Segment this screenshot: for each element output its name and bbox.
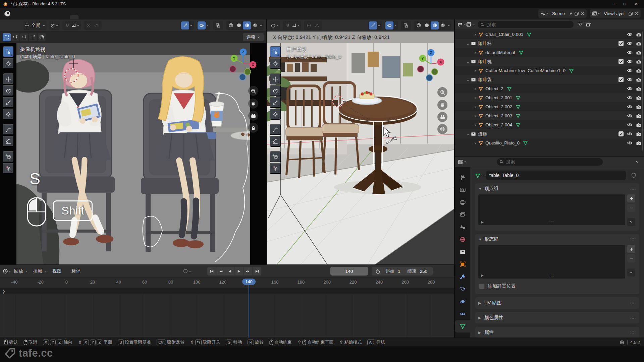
item-name[interactable]: Chair_Chair_0.001 (485, 32, 523, 37)
frame-tick-240[interactable]: 240 (376, 280, 383, 285)
outliner-row[interactable]: ⌄ 咖啡袋 (455, 75, 644, 84)
item-name[interactable]: Object_2.001 (485, 95, 512, 100)
rest-position-checkbox[interactable] (479, 284, 485, 289)
tool-transform-button[interactable] (3, 109, 14, 120)
list-filter-expander[interactable]: ▶ (481, 220, 484, 224)
workspace-tab[interactable] (113, 15, 122, 19)
tool-move-button[interactable] (270, 73, 281, 84)
current-frame-field[interactable]: 140 (330, 267, 368, 276)
expander-icon[interactable]: ⌄ (465, 131, 471, 136)
properties-tab-physics[interactable] (455, 295, 470, 308)
properties-tab-view-layer[interactable] (455, 208, 470, 221)
delete-scene-icon[interactable] (580, 11, 585, 16)
frame-end-field[interactable]: 结束250 (404, 268, 431, 274)
scene-icon[interactable] (540, 11, 549, 16)
play-reverse-button[interactable] (225, 267, 234, 276)
falloff-curve-icon[interactable] (313, 21, 321, 29)
tool-rotate-button[interactable] (270, 85, 281, 96)
exclude-checkbox[interactable] (619, 59, 624, 64)
select-mode-extend[interactable] (11, 33, 19, 41)
camera-visibility-icon[interactable] (636, 50, 641, 55)
perspective-toggle-button[interactable] (437, 124, 447, 134)
frame-tick-180[interactable]: 180 (298, 280, 305, 285)
camera-visibility-icon[interactable] (636, 131, 641, 137)
snap-target-dropdown[interactable] (71, 21, 80, 29)
panel-grip[interactable]: ∷∷ (630, 301, 636, 305)
new-collection-icon[interactable] (584, 20, 592, 28)
item-name[interactable]: 蛋糕 (478, 131, 487, 137)
expander-icon[interactable]: › (472, 95, 478, 100)
properties-tab-object[interactable] (455, 258, 470, 270)
item-name[interactable]: CoffeeMachine_low_CoffeeMachine1_0 (485, 68, 566, 73)
minimize-button[interactable]: ─ (612, 2, 615, 6)
workspace-tab[interactable] (140, 15, 148, 19)
shading-wireframe-icon[interactable] (227, 21, 235, 29)
xray-toggle[interactable] (401, 21, 411, 30)
play-button[interactable] (234, 267, 244, 276)
workspace-tab[interactable] (122, 15, 131, 19)
viewlayer-icon[interactable] (591, 11, 601, 16)
properties-tab-output[interactable] (455, 196, 470, 208)
frame-tick-280[interactable]: 280 (428, 280, 435, 285)
hide-eye-icon[interactable] (627, 131, 633, 137)
frame-tick-260[interactable]: 260 (401, 280, 409, 285)
expander-icon[interactable]: › (472, 50, 478, 55)
viewlayer-name[interactable]: ViewLayer (601, 11, 628, 16)
outliner-row[interactable]: › Object_2.003 (455, 111, 644, 120)
show-gizmo-toggle[interactable] (368, 21, 382, 30)
panel-grip[interactable]: ∷∷ (630, 186, 636, 191)
pivot-point-dropdown[interactable] (49, 21, 60, 30)
menu-item[interactable] (14, 8, 23, 19)
editor-type-icon[interactable] (3, 267, 11, 275)
outliner-row[interactable]: › defaultMaterial (455, 48, 644, 57)
exclude-checkbox[interactable] (619, 41, 624, 46)
expander-icon[interactable]: › (472, 86, 478, 91)
frame-tick-100[interactable]: 100 (193, 280, 201, 285)
exclude-checkbox[interactable] (619, 77, 624, 82)
properties-tab-constraints[interactable] (455, 308, 470, 320)
scene-name[interactable]: Scene (549, 11, 568, 16)
add-shape-key-button[interactable] (627, 245, 635, 253)
outliner-row[interactable]: ⌄ 咖啡杯 (455, 39, 644, 48)
hide-eye-icon[interactable] (627, 122, 633, 128)
properties-filter-icon[interactable] (458, 158, 466, 166)
select-mode-invert[interactable] (29, 33, 37, 41)
camera-visibility-icon[interactable] (636, 32, 641, 37)
item-name[interactable]: Object_2.003 (485, 113, 512, 118)
remove-vertex-group-button[interactable] (627, 204, 635, 212)
snap-target-dropdown[interactable] (292, 21, 300, 29)
hide-eye-icon[interactable] (627, 86, 633, 92)
tool-measure-button[interactable] (3, 136, 14, 147)
item-name[interactable]: Quesillo_Plato_0 (485, 140, 520, 145)
timeline-menu-item[interactable]: 回放 (11, 268, 31, 274)
shading-solid-icon[interactable] (423, 21, 431, 29)
frame-tick-80[interactable]: 80 (168, 280, 173, 285)
select-mode-new[interactable] (3, 33, 11, 41)
properties-tab-particles[interactable] (455, 283, 470, 295)
properties-tab-scene[interactable] (455, 221, 470, 233)
hide-eye-icon[interactable] (627, 113, 633, 119)
workspace-tab[interactable] (105, 15, 113, 19)
filter-funnel-icon[interactable] (576, 20, 584, 28)
auto-keying-toggle[interactable] (183, 268, 192, 274)
outliner-filter-icon[interactable] (458, 20, 466, 28)
hide-eye-icon[interactable] (627, 77, 633, 82)
delete-viewlayer-icon[interactable] (634, 11, 639, 16)
camera-visibility-icon[interactable] (636, 104, 641, 110)
timeline-menu-item[interactable]: 标记 (69, 268, 88, 274)
shape-keys-panel-header[interactable]: ▼ 形态键 ∷∷ (478, 236, 636, 242)
menu-item[interactable] (23, 8, 33, 19)
hide-eye-icon[interactable] (627, 50, 633, 55)
properties-tab-object-data[interactable] (455, 320, 470, 333)
expander-icon[interactable]: ⌄ (465, 59, 471, 64)
list-resize-grip[interactable]: ∷∷ (549, 220, 554, 225)
tool-add-extra-button[interactable] (3, 163, 14, 174)
shape-key-specials-button[interactable] (627, 268, 635, 277)
hide-eye-icon[interactable] (627, 95, 633, 101)
expander-icon[interactable]: › (472, 113, 478, 118)
jump-to-end-button[interactable] (253, 267, 261, 276)
expander-icon[interactable]: ⌄ (465, 77, 471, 82)
workspace-tab[interactable] (96, 15, 105, 19)
shading-wireframe-icon[interactable] (415, 21, 423, 29)
outliner-row[interactable]: › Chair_Chair_0.001 (455, 30, 644, 39)
